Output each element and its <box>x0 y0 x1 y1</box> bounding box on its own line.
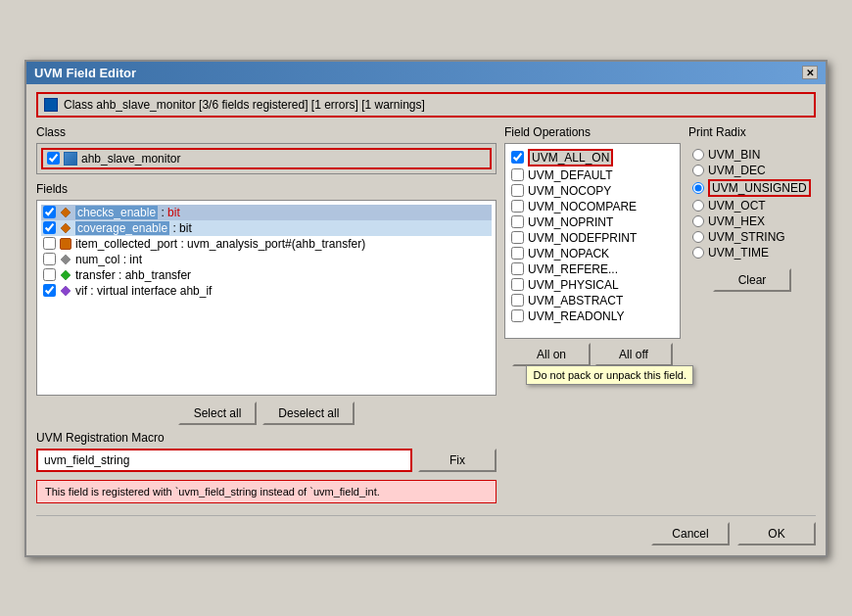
ops-item[interactable]: UVM_NOCOMPARE <box>509 199 676 214</box>
ops-checkbox-10[interactable] <box>511 294 524 307</box>
field-checkbox-4[interactable] <box>43 253 56 265</box>
uvm-registration-section: UVM Registration Macro uvm_field_string … <box>36 431 497 472</box>
ops-item[interactable]: UVM_ABSTRACT <box>509 293 676 308</box>
cancel-button[interactable]: Cancel <box>651 522 730 545</box>
dialog-title: UVM Field Editor <box>34 66 136 80</box>
warning-text: This field is registered with `uvm_field… <box>45 486 380 498</box>
radix-label-3: UVM_UNSIGNED <box>708 179 811 197</box>
select-all-button[interactable]: Select all <box>178 402 258 425</box>
class-checkbox[interactable] <box>47 152 60 165</box>
all-on-button[interactable]: All on <box>512 343 591 366</box>
radix-radio-4[interactable] <box>692 200 704 212</box>
field-checkbox-2[interactable] <box>43 221 56 234</box>
radix-item[interactable]: UVM_TIME <box>692 245 812 261</box>
ok-button[interactable]: OK <box>737 522 816 545</box>
ops-item[interactable]: UVM_NOPRINT <box>509 214 676 230</box>
ops-checkbox-1[interactable] <box>511 151 524 164</box>
radix-label-4: UVM_OCT <box>708 199 766 213</box>
status-icon <box>44 98 58 112</box>
ops-checkbox-4[interactable] <box>511 200 524 213</box>
radix-radio-2[interactable] <box>692 165 704 176</box>
radix-radio-5[interactable] <box>692 215 704 227</box>
radix-radio-1[interactable] <box>692 149 704 161</box>
fields-list: checks_enable : bit coverage_enable : bi… <box>36 200 497 396</box>
field-icon-3 <box>60 238 71 250</box>
ops-checkbox-8[interactable] <box>511 262 524 275</box>
ops-label-3: UVM_NOCOPY <box>528 184 611 198</box>
field-item[interactable]: num_col : int <box>41 252 492 267</box>
field-checkbox-5[interactable] <box>43 268 56 281</box>
svg-marker-3 <box>61 270 71 280</box>
clear-row: Clear <box>688 268 816 292</box>
class-name: ahb_slave_monitor <box>81 152 180 166</box>
ops-label-4: UVM_NOCOMPARE <box>528 200 637 213</box>
ops-item[interactable]: UVM_NODEFPRINT <box>509 230 676 246</box>
ops-item[interactable]: UVM_NOCOPY <box>509 183 676 199</box>
print-radix-panel: Print Radix UVM_BIN UVM_DEC <box>688 125 816 503</box>
field-item[interactable]: checks_enable : bit <box>41 205 492 220</box>
field-item[interactable]: coverage_enable : bit <box>41 220 492 236</box>
ops-checkbox-5[interactable] <box>511 215 524 228</box>
field-checkbox-3[interactable] <box>43 237 56 250</box>
clear-button[interactable]: Clear <box>713 268 791 292</box>
ops-label-9: UVM_PHYSICAL <box>528 278 619 292</box>
radix-item[interactable]: UVM_OCT <box>692 198 812 213</box>
fix-button[interactable]: Fix <box>418 449 497 472</box>
field-icon-4 <box>60 254 71 265</box>
field-ops-panel: Field Operations UVM_ALL_ON UVM_DEFAULT <box>504 125 681 503</box>
svg-marker-1 <box>61 223 71 233</box>
ops-item[interactable]: UVM_DEFAULT <box>509 167 676 183</box>
field-item[interactable]: transfer : ahb_transfer <box>41 267 492 283</box>
ops-checkbox-6[interactable] <box>511 231 524 244</box>
radix-list: UVM_BIN UVM_DEC UVM_UNSIGNED <box>688 143 816 264</box>
deselect-all-button[interactable]: Deselect all <box>262 402 355 425</box>
radix-item[interactable]: UVM_DEC <box>692 163 812 178</box>
tooltip-text: Do not pack or unpack this field. <box>533 369 686 381</box>
class-box: ahb_slave_monitor <box>36 143 497 174</box>
field-item[interactable]: item_collected_port : uvm_analysis_port#… <box>41 236 492 252</box>
ops-label-2: UVM_DEFAULT <box>528 168 612 182</box>
field-text-4: num_col : int <box>75 253 142 266</box>
radix-radio-7[interactable] <box>692 247 704 259</box>
uvm-reg-row: uvm_field_string Fix <box>36 449 497 472</box>
svg-marker-0 <box>61 208 71 217</box>
ops-checkbox-7[interactable] <box>511 247 524 260</box>
ops-item[interactable]: UVM_ALL_ON <box>509 148 676 167</box>
uvm-reg-label: UVM Registration Macro <box>36 431 497 445</box>
radix-radio-3[interactable] <box>692 182 704 194</box>
ops-checkbox-3[interactable] <box>511 184 524 197</box>
field-text-1: checks_enable : bit <box>75 206 180 219</box>
field-text-3: item_collected_port : uvm_analysis_port#… <box>75 237 365 251</box>
field-icon-5 <box>60 269 71 281</box>
ops-item[interactable]: UVM_READONLY <box>509 308 676 324</box>
radix-item[interactable]: UVM_UNSIGNED <box>692 178 812 198</box>
field-text-2: coverage_enable : bit <box>75 221 192 235</box>
fields-label: Fields <box>36 182 497 196</box>
close-button[interactable]: ✕ <box>802 66 818 79</box>
class-item[interactable]: ahb_slave_monitor <box>41 148 492 169</box>
ops-item[interactable]: UVM_REFERE... <box>509 261 676 277</box>
ops-checkbox-9[interactable] <box>511 278 524 291</box>
ops-label-8: UVM_REFERE... <box>528 262 618 276</box>
ops-checkbox-11[interactable] <box>511 309 524 322</box>
radix-label-7: UVM_TIME <box>708 246 769 260</box>
field-item[interactable]: vif : virtual interface ahb_if <box>41 283 492 299</box>
field-icon-1 <box>60 207 71 218</box>
field-text-5: transfer : ahb_transfer <box>75 268 191 282</box>
radix-item[interactable]: UVM_BIN <box>692 147 812 163</box>
ops-checkbox-2[interactable] <box>511 168 524 181</box>
ops-item[interactable]: UVM_NOPACK <box>509 246 676 261</box>
allon-row: All on All off <box>504 343 681 366</box>
radix-item[interactable]: UVM_STRING <box>692 229 812 245</box>
radix-item[interactable]: UVM_HEX <box>692 213 812 229</box>
warning-box: This field is registered with `uvm_field… <box>36 480 497 503</box>
field-ops-list: UVM_ALL_ON UVM_DEFAULT UVM_NOCOPY <box>504 143 681 339</box>
title-bar: UVM Field Editor ✕ <box>26 62 826 84</box>
all-off-button[interactable]: All off <box>594 343 673 366</box>
field-checkbox-6[interactable] <box>43 284 56 297</box>
radix-radio-6[interactable] <box>692 231 704 243</box>
radix-label-6: UVM_STRING <box>708 230 785 244</box>
field-checkbox-1[interactable] <box>43 206 56 218</box>
uvm-reg-input[interactable]: uvm_field_string <box>36 449 412 472</box>
ops-item[interactable]: UVM_PHYSICAL <box>509 277 676 293</box>
